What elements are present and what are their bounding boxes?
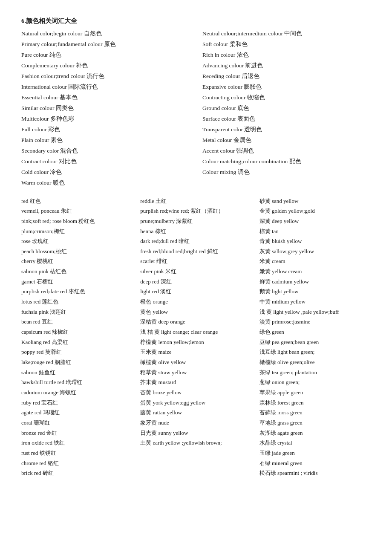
vocab-entry: Warm colour 暖色 (21, 178, 190, 188)
color-entry: 浅 桔 黄 light orange; clear orange (140, 327, 251, 337)
color-entry: 苔藓绿 moss green (259, 408, 371, 418)
vocab-entry: Full colour 彩色 (21, 124, 190, 135)
color-entry: chrome red 铬红 (21, 458, 133, 468)
color-entry: 茶绿 tea green; plantation (259, 367, 371, 378)
color-entry: 藤黄 rattan yellow (140, 408, 251, 418)
vocab-entry: Colour mixing 调色 (202, 167, 371, 178)
color-entry: salmon pink 桔红色 (21, 266, 133, 277)
color-entry: 苹果绿 apple green (259, 387, 371, 398)
vocab-left-col: Natural color;begin colour 自然色Primary co… (21, 29, 190, 188)
color-entry: 玉绿 jade green (259, 448, 371, 458)
color-entry: scarlet 绯红 (140, 256, 251, 266)
vocab-entry: Receding colour 后退色 (202, 71, 371, 82)
color-entry: reddle 土红 (140, 196, 251, 206)
vocab-entry: Natural color;begin colour 自然色 (21, 29, 190, 39)
color-entry: lake;rouge red 胭脂红 (21, 357, 133, 367)
color-entry: purplish red;date red 枣红色 (21, 286, 133, 297)
vocab-entry: Essential colour 基本色 (21, 92, 190, 103)
vocab-entry: Surface colour 表面色 (202, 114, 371, 124)
vocab-entry: International colour 国际流行色 (21, 82, 190, 92)
color-entry: capsicum red 辣椒红 (21, 327, 133, 337)
color-entry: 稻草黄 straw yellow (140, 367, 251, 378)
color-entry: red 红色 (21, 196, 133, 206)
color-entry: 水晶绿 crystal (259, 438, 371, 448)
color-entry: brick red 砖红 (21, 468, 133, 478)
color-entry: 杏黄 broze yellow (140, 387, 251, 398)
color-entry: peach blossom;桃红 (21, 246, 133, 257)
color-entry: 森林绿 forest green (259, 398, 371, 408)
vocab-entry: Ground colour 底色 (202, 103, 371, 114)
color-entry: henna 棕红 (140, 226, 251, 237)
color-entry: cherry 樱桃红 (21, 256, 133, 266)
color-entry: 淡黄 primrose;jasmine (259, 317, 371, 327)
vocab-entry: Neutral colour;intermedium colour 中间色 (202, 29, 371, 39)
vocab-entry: Transparent color 透明色 (202, 124, 371, 135)
color-entry: salmon 鲑鱼红 (21, 367, 133, 378)
vocab-entry: Colour matching;colour combination 配色 (202, 156, 371, 167)
vocab-entry: Cold colour 冷色 (21, 167, 190, 178)
color-entry: poppy red 芙蓉红 (21, 347, 133, 357)
color-entry: 浅 黄 light yellow ,pale yellow;buff (259, 307, 371, 317)
color-entry: ruby red 宝石红 (21, 398, 133, 408)
color-entry: 绿色 green (259, 327, 371, 337)
color-entry: 橙色 orange (140, 297, 251, 307)
color-entry: 柠檬黄 lemon yellow;lemon (140, 337, 251, 347)
color-col-2: reddle 土红purplish red;wine red; 紫红（酒红）pr… (140, 196, 251, 478)
vocab-entry: Secondary color 混合色 (21, 146, 190, 156)
color-entry: cadmium orange 海螺红 (21, 387, 133, 398)
color-entry: rust red 铁锈红 (21, 448, 133, 458)
vocab-entry: Plain colour 素色 (21, 135, 190, 146)
color-entry: garnet 石榴红 (21, 277, 133, 287)
vocab-entry: Fashion colour;trend colour 流行色 (21, 71, 190, 82)
vocab-entry: Rich in colour 浓色 (202, 50, 371, 61)
vocab-entry: Pure colour 纯色 (21, 50, 190, 61)
color-entry: 土黄 earth yellow ;yellowish brown; (140, 438, 251, 448)
color-entry: 松石绿 spearmint ; viridis (259, 468, 371, 478)
color-entry: coral 珊瑚红 (21, 418, 133, 428)
vocab-entry: Contract colour 对比色 (21, 156, 190, 167)
color-entry: 橄榄绿 olive green;olive (259, 357, 371, 367)
vocab-entry: Primary colour;fundamental colour 原色 (21, 39, 190, 50)
vocab-entry: Metal colour 金属色 (202, 135, 371, 146)
color-entry: 嫩黄 yellow cream (259, 266, 371, 277)
color-entry: 葱绿 onion green; (259, 377, 371, 387)
color-entry: 石绿 mineral green (259, 458, 371, 468)
vocab-entry: Contracting colour 收缩色 (202, 92, 371, 103)
color-entry: prune;mulberry 深紫红 (140, 216, 251, 226)
color-entry: 浅豆绿 light bean green; (259, 347, 371, 357)
color-entry: 芥末黄 mustard (140, 377, 251, 387)
color-entry: 青黄 bluish yellow (259, 236, 371, 246)
color-entry: dark red;dull red 暗红 (140, 236, 251, 246)
vocab-entry: Soft colour 柔和色 (202, 39, 371, 50)
color-entry: bronze red 金红 (21, 428, 133, 438)
vocab-entry: Advancing colour 前进色 (202, 61, 371, 71)
color-entry: 金黄 golden yellow;gold (259, 206, 371, 216)
color-entry: vermeil, ponceau 朱红 (21, 206, 133, 216)
color-entry: deep red 深红 (140, 277, 251, 287)
color-entry: 日光黄 sunny yellow (140, 428, 251, 438)
color-entry: 灰湖绿 agate green (259, 428, 371, 438)
color-entry: 深黄 deep yellow (259, 216, 371, 226)
vocab-entry: Accent colour 强调色 (202, 146, 371, 156)
color-entry: 橄榄黄 olive yellow (140, 357, 251, 367)
vocab-entry: Similar colour 同类色 (21, 103, 190, 114)
color-entry: 鲜黄 cadmium yellow (259, 277, 371, 287)
color-entry: Kaoliang red 高梁红 (21, 337, 133, 347)
color-entry: 中黄 midium yellow (259, 297, 371, 307)
color-entry: light red 淡红 (140, 286, 251, 297)
color-entry: 米黄 cream (259, 256, 371, 266)
color-entry: pink;soft red; rose bloom 粉红色 (21, 216, 133, 226)
color-entry: 豆绿 pea green;bean green (259, 337, 371, 347)
color-entry: iron oxide red 铁红 (21, 438, 133, 448)
vocab-grid: Natural color;begin colour 自然色Primary co… (21, 29, 371, 188)
vocab-entry: Complementary colour 补色 (21, 61, 190, 71)
vocab-right-col: Neutral colour;intermedium colour 中间色Sof… (202, 29, 371, 188)
color-entry: fuchsia pink 浅莲红 (21, 307, 133, 317)
color-entry: 灰黄 sallow;grey yellow (259, 246, 371, 257)
color-entry: 深桔黄 deep orange (140, 317, 251, 327)
color-entry: 砂黄 sand yellow (259, 196, 371, 206)
color-entry: agate red 玛瑙红 (21, 408, 133, 418)
color-entry: 草地绿 grass green (259, 418, 371, 428)
vocab-entry: Multicolour 多种色彩 (21, 114, 190, 124)
color-entry: lotus red 莲红色 (21, 297, 133, 307)
